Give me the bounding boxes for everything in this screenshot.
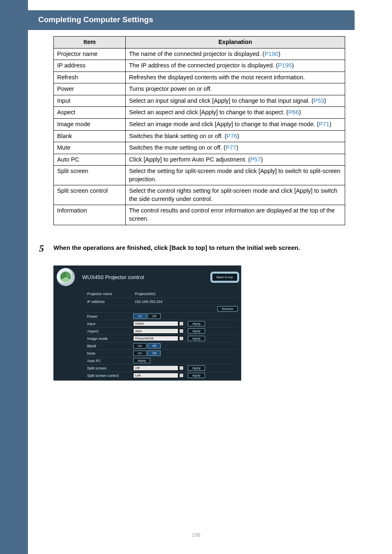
table-row: InformationThe control results and contr… [54, 205, 345, 225]
row-label: Auto PC [85, 359, 133, 363]
on-button[interactable]: On [133, 351, 147, 356]
back-to-top-button[interactable]: Back to top [212, 273, 238, 282]
spec-table: Item Explanation Projector nameThe name … [53, 36, 345, 225]
cell-expl: Select the setting for split-screen mode… [126, 166, 345, 185]
row-label: Blank [85, 344, 133, 348]
split-select[interactable]: Off [133, 365, 178, 371]
cell-item: Refresh [54, 72, 126, 83]
cell-item: Blank [54, 130, 126, 142]
page-left-band [0, 0, 28, 554]
page-link[interactable]: P66 [288, 109, 299, 115]
cell-expl: Turns projector power on or off. [126, 83, 345, 95]
shot-title: WUX450 Projector control [82, 274, 212, 280]
row-label: Aspect [85, 329, 133, 333]
cell-item: Information [54, 205, 126, 225]
cell-item: Mute [54, 142, 126, 154]
table-row: Projector nameThe name of the connected … [54, 48, 345, 60]
cell-expl: Switches the mute setting on or off. (P7… [126, 142, 345, 154]
apply-button[interactable]: Apply [188, 336, 205, 341]
row-label: IP address [85, 300, 133, 304]
chevron-down-icon[interactable]: ▾ [179, 366, 184, 370]
apply-button[interactable]: Apply [188, 365, 205, 371]
chevron-down-icon[interactable]: ▾ [179, 321, 184, 326]
apply-button[interactable]: Apply [188, 373, 205, 378]
row-value: Projector001 [133, 292, 156, 296]
cell-expl: Select an aspect and click [Apply] to ch… [126, 107, 345, 119]
cell-expl: The control results and control error in… [126, 205, 345, 225]
row-label: Power [85, 314, 133, 319]
table-row: Split screenSelect the setting for split… [54, 166, 345, 185]
row-label: Image mode [85, 337, 133, 341]
page-link[interactable]: P195 [278, 62, 292, 69]
on-button[interactable]: On [133, 314, 147, 319]
page-link[interactable]: P77 [226, 144, 236, 151]
cell-item: Input [54, 95, 126, 107]
shot-rows: Projector nameProjector001 IP address192… [85, 290, 238, 379]
table-row: AspectSelect an aspect and click [Apply]… [54, 107, 345, 119]
th-expl: Explanation [126, 37, 345, 48]
table-row: Auto PCClick [Apply] to perform Auto PC … [54, 154, 345, 166]
cell-expl: Refreshes the displayed contents with th… [126, 72, 345, 83]
cell-expl: The name of the connected projector is d… [126, 48, 345, 60]
table-row: Split screen controlSelect the control r… [54, 185, 345, 205]
screenshot-panel: WUX450 Projector control Back to top Pro… [53, 265, 241, 381]
chevron-down-icon[interactable]: ▾ [179, 373, 184, 378]
cell-item: Aspect [54, 107, 126, 119]
cell-expl: Switches the blank setting on or off. (P… [126, 130, 345, 142]
cell-item: Split screen [54, 166, 126, 185]
cell-item: Auto PC [54, 154, 126, 166]
page-link[interactable]: P57 [250, 156, 261, 163]
step-text: When the operations are finished, click … [53, 244, 345, 252]
table-row: BlankSwitches the blank setting on or of… [54, 130, 345, 142]
cell-expl: Select an input signal and click [Apply]… [126, 95, 345, 107]
apply-button[interactable]: Apply [188, 328, 205, 334]
apply-button[interactable]: Apply [133, 358, 150, 363]
splitc-select[interactable]: Left [133, 373, 178, 378]
table-row: Image modeSelect an image mode and click… [54, 118, 345, 130]
cell-item: Split screen control [54, 185, 126, 205]
cell-expl: Select an image mode and click [Apply] t… [126, 118, 345, 130]
row-label: Mute [85, 351, 133, 355]
table-row: IP addressThe IP address of the connecte… [54, 60, 345, 72]
off-button[interactable]: Off [148, 351, 161, 356]
table-row: InputSelect an input signal and click [A… [54, 95, 345, 107]
aspect-select[interactable]: Auto [133, 328, 178, 334]
row-label: Input [85, 322, 133, 326]
on-button[interactable]: On [133, 343, 147, 349]
off-button[interactable]: Off [148, 314, 161, 319]
section-header: Completing Computer Settings [26, 10, 355, 30]
step-number: 5 [39, 243, 44, 254]
page-link[interactable]: P190 [265, 51, 279, 57]
page-link[interactable]: P76 [227, 133, 238, 139]
shot-header: WUX450 Projector control Back to top [53, 265, 241, 290]
cell-item: Power [54, 83, 126, 95]
refresh-button[interactable]: Refresh [217, 306, 238, 312]
chevron-down-icon[interactable]: ▾ [179, 329, 184, 333]
cell-item: IP address [54, 60, 126, 72]
page-number: 196 [0, 532, 392, 538]
logo-icon [57, 268, 75, 286]
cell-expl: The IP address of the connected projecto… [126, 60, 345, 72]
page-link[interactable]: P53 [314, 97, 324, 104]
table-row: PowerTurns projector power on or off. [54, 83, 345, 95]
row-label: Split screen control [85, 374, 133, 378]
row-label: Projector name [85, 292, 133, 296]
cell-expl: Select the control rights setting for sp… [126, 185, 345, 205]
row-value: 192.168.253.254 [133, 300, 163, 304]
row-label: Split screen [85, 366, 133, 370]
page-link[interactable]: P71 [319, 121, 330, 127]
th-item: Item [54, 37, 126, 48]
chevron-down-icon[interactable]: ▾ [179, 336, 184, 341]
step-5: 5 When the operations are finished, clic… [39, 244, 345, 252]
table-row: RefreshRefreshes the displayed contents … [54, 72, 345, 83]
cell-item: Image mode [54, 118, 126, 130]
apply-button[interactable]: Apply [188, 321, 205, 326]
spec-table-wrap: Item Explanation Projector nameThe name … [53, 36, 345, 225]
off-button[interactable]: Off [148, 343, 161, 349]
imgmode-select[interactable]: Photo/sRGB [133, 336, 178, 341]
table-row: MuteSwitches the mute setting on or off.… [54, 142, 345, 154]
cell-item: Projector name [54, 48, 126, 60]
cell-expl: Click [Apply] to perform Auto PC adjustm… [126, 154, 345, 166]
input-select[interactable]: HDMI [133, 321, 178, 326]
section-title: Completing Computer Settings [38, 15, 355, 24]
